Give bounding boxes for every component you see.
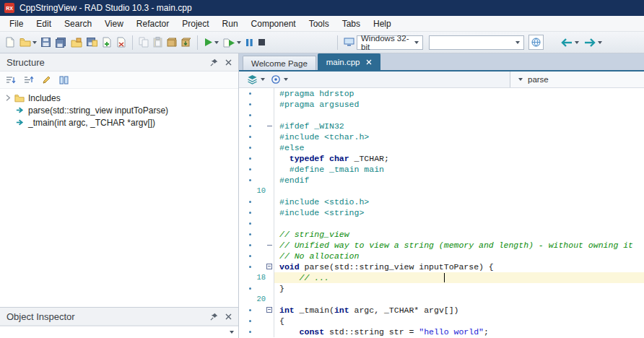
menu-view[interactable]: View <box>98 17 130 31</box>
menu-edit[interactable]: Edit <box>30 17 58 31</box>
gutter-line-number[interactable] <box>239 251 266 261</box>
open-project-button[interactable] <box>69 34 84 51</box>
menu-run[interactable]: Run <box>216 17 245 31</box>
code-line-21[interactable]: int _tmain(int argc, _TCHAR* argv[]) <box>239 305 644 316</box>
expand-chevron-icon[interactable] <box>5 95 11 101</box>
new-item-button[interactable] <box>3 34 17 51</box>
gutter-line-number[interactable] <box>239 207 266 218</box>
run-without-debugging-button[interactable] <box>221 34 243 51</box>
navigate-forward-button[interactable] <box>581 34 604 51</box>
code-line-5[interactable]: #include <tchar.h> <box>239 131 644 142</box>
chevron-down-icon[interactable] <box>230 331 234 334</box>
code-line-4[interactable]: #ifdef _WIN32 <box>239 121 644 131</box>
layers-dropdown-button[interactable] <box>244 74 268 84</box>
code-line-8[interactable]: #define _tmain main <box>239 164 644 175</box>
menu-tools[interactable]: Tools <box>303 17 336 31</box>
gutter-line-number[interactable] <box>239 240 266 251</box>
menu-component[interactable]: Component <box>245 17 303 31</box>
chevron-down-icon[interactable] <box>598 41 602 44</box>
copy-button[interactable] <box>136 34 151 51</box>
tree-item-parse-std-string-view-inputtoparse[interactable]: parse(std::string_view inputToParse) <box>0 104 238 116</box>
code-line-12[interactable]: #include <string> <box>239 207 644 218</box>
code-line-11[interactable]: #include <stdio.h> <box>239 196 644 207</box>
pin-icon[interactable] <box>210 313 218 321</box>
menu-search[interactable]: Search <box>58 17 98 31</box>
code-line-19[interactable]: } <box>239 283 644 294</box>
save-button[interactable] <box>39 34 53 51</box>
gutter-line-number[interactable] <box>239 99 266 110</box>
code-line-16[interactable]: // No allocation <box>239 251 644 261</box>
tree-item-tmain-int-argc-tchar-argv[interactable]: _tmain(int argc, _TCHAR *argv[]) <box>0 116 238 129</box>
code-line-10[interactable]: 10 <box>239 186 644 196</box>
menu-refactor[interactable]: Refactor <box>130 17 175 31</box>
gutter-line-number[interactable] <box>239 153 266 164</box>
gutter-line-number[interactable] <box>239 229 266 240</box>
chevron-down-icon[interactable] <box>261 78 265 81</box>
gutter-line-number[interactable] <box>239 164 266 175</box>
save-project-button[interactable] <box>84 34 100 51</box>
tab-welcome-page[interactable]: Welcome Page <box>243 56 316 70</box>
gutter-line-number[interactable] <box>239 196 266 207</box>
code-line-22[interactable]: { <box>239 316 644 326</box>
paste-button[interactable] <box>151 34 165 51</box>
symbols-dropdown-button[interactable] <box>268 74 291 84</box>
install-packages-button[interactable] <box>165 34 179 51</box>
save-all-button[interactable] <box>53 34 69 51</box>
menu-project[interactable]: Project <box>175 17 215 31</box>
remove-file-button[interactable] <box>114 34 129 51</box>
gutter-line-number[interactable] <box>239 110 266 121</box>
pin-icon[interactable] <box>210 58 218 66</box>
columns-icon[interactable] <box>59 76 69 84</box>
chevron-down-icon[interactable] <box>414 41 419 44</box>
chevron-down-icon[interactable] <box>32 41 37 44</box>
code-line-23[interactable]: const std::string str = "hello world"; <box>239 326 644 337</box>
chevron-down-icon[interactable] <box>214 41 219 44</box>
gutter-line-number[interactable] <box>239 305 266 316</box>
gutter-line-number[interactable] <box>239 121 266 131</box>
fold-marker[interactable] <box>266 240 274 251</box>
code-line-7[interactable]: typedef char _TCHAR; <box>239 153 644 164</box>
gutter-line-number[interactable] <box>239 142 266 153</box>
add-file-button[interactable] <box>100 34 114 51</box>
gutter-line-number[interactable] <box>239 88 266 99</box>
gutter-line-number[interactable] <box>239 218 266 229</box>
tree-item-includes[interactable]: Includes <box>0 92 238 104</box>
run-button[interactable] <box>201 34 221 51</box>
close-icon[interactable] <box>225 313 232 320</box>
code-line-3[interactable] <box>239 110 644 121</box>
gutter-line-number[interactable] <box>239 175 266 186</box>
gutter-line-number[interactable] <box>239 261 266 272</box>
gutter-line-number[interactable]: 10 <box>239 186 266 196</box>
fold-marker[interactable] <box>266 261 274 272</box>
code-line-1[interactable]: #pragma hdrstop <box>239 88 644 99</box>
code-line-2[interactable]: #pragma argsused <box>239 99 644 110</box>
toolbar-search-input[interactable] <box>429 35 524 50</box>
fold-marker[interactable] <box>266 305 274 316</box>
code-line-15[interactable]: // Unified way to view a string (memory … <box>239 240 644 251</box>
code-line-18[interactable]: 18 // ... <box>239 272 644 283</box>
code-editor[interactable]: #pragma hdrstop#pragma argsused#ifdef _W… <box>239 88 644 338</box>
pause-button[interactable] <box>243 34 256 51</box>
chevron-down-icon[interactable] <box>284 78 288 81</box>
edit-icon[interactable] <box>42 76 51 84</box>
menu-help[interactable]: Help <box>367 17 398 31</box>
code-line-20[interactable]: 20 <box>239 294 644 305</box>
open-file-button[interactable] <box>17 34 39 51</box>
fold-marker[interactable] <box>266 121 274 131</box>
code-line-14[interactable]: // string_view <box>239 229 644 240</box>
menu-tabs[interactable]: Tabs <box>336 17 367 31</box>
code-line-13[interactable] <box>239 218 644 229</box>
gutter-line-number[interactable] <box>239 283 266 294</box>
close-icon[interactable] <box>225 59 232 66</box>
close-tab-icon[interactable] <box>366 59 372 65</box>
gutter-line-number[interactable] <box>239 326 266 337</box>
chevron-down-icon[interactable] <box>575 41 579 44</box>
gutter-line-number[interactable]: 18 <box>239 272 266 283</box>
sort-source-icon[interactable] <box>24 76 34 84</box>
chevron-down-icon[interactable] <box>518 78 523 81</box>
tab-main-cpp[interactable]: main.cpp <box>318 53 381 70</box>
sort-alpha-icon[interactable] <box>6 76 16 84</box>
gutter-line-number[interactable] <box>239 316 266 326</box>
gutter-line-number[interactable] <box>239 131 266 142</box>
platform-select[interactable]: Windows 32-bit <box>357 35 423 50</box>
